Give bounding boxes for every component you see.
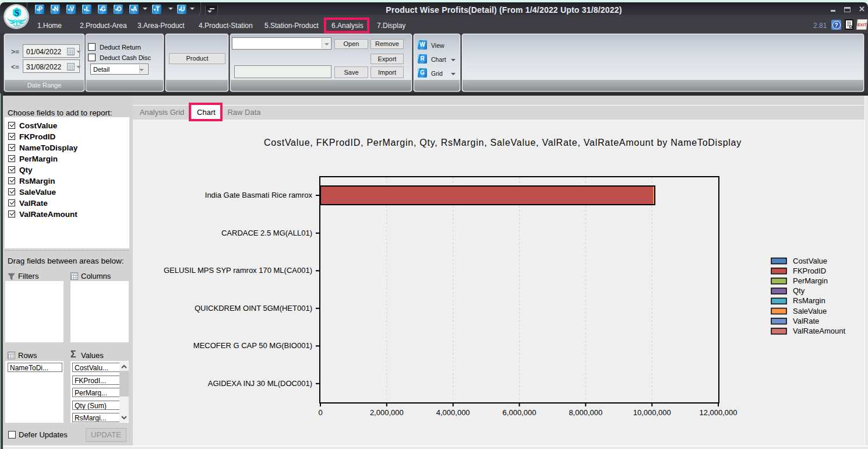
svg-text:12,000,000: 12,000,000 [699,408,737,417]
svg-text:0: 0 [318,408,322,417]
svg-text:RsMargin: RsMargin [793,296,825,305]
svg-text:10,000,000: 10,000,000 [633,408,671,417]
svg-text:GELUSIL MPS SYP ramrox 170 ML(: GELUSIL MPS SYP ramrox 170 ML(CA001) [164,266,312,275]
svg-text:FKProdID: FKProdID [793,266,826,275]
svg-text:QUICKDREM OINT 5GM(HET001): QUICKDREM OINT 5GM(HET001) [195,304,312,313]
svg-text:CostValue: CostValue [793,257,827,265]
svg-text:Qty: Qty [793,286,805,295]
svg-text:India Gate Basmati Rice ramrox: India Gate Basmati Rice ramrox [205,191,313,199]
svg-text:ValRateAmount: ValRateAmount [793,327,845,335]
svg-text:SaleValue: SaleValue [793,307,827,315]
svg-text:AGIDEXA INJ 30 ML(DOC001): AGIDEXA INJ 30 ML(DOC001) [208,379,312,388]
svg-text:ValRate: ValRate [793,317,819,325]
svg-text:2,000,000: 2,000,000 [370,408,404,417]
svg-text:MECOFER G CAP 50 MG(BIO001): MECOFER G CAP 50 MG(BIO001) [193,341,312,350]
svg-text:CARDACE 2.5 MG(ALL01): CARDACE 2.5 MG(ALL01) [221,229,312,237]
svg-text:4,000,000: 4,000,000 [436,408,470,417]
svg-text:PerMargin: PerMargin [793,276,828,285]
svg-text:6,000,000: 6,000,000 [503,408,537,417]
svg-text:CostValue, FKProdID, PerMargin: CostValue, FKProdID, PerMargin, Qty, RsM… [264,138,742,148]
svg-text:S: S [15,8,19,17]
svg-text:8,000,000: 8,000,000 [569,408,602,417]
